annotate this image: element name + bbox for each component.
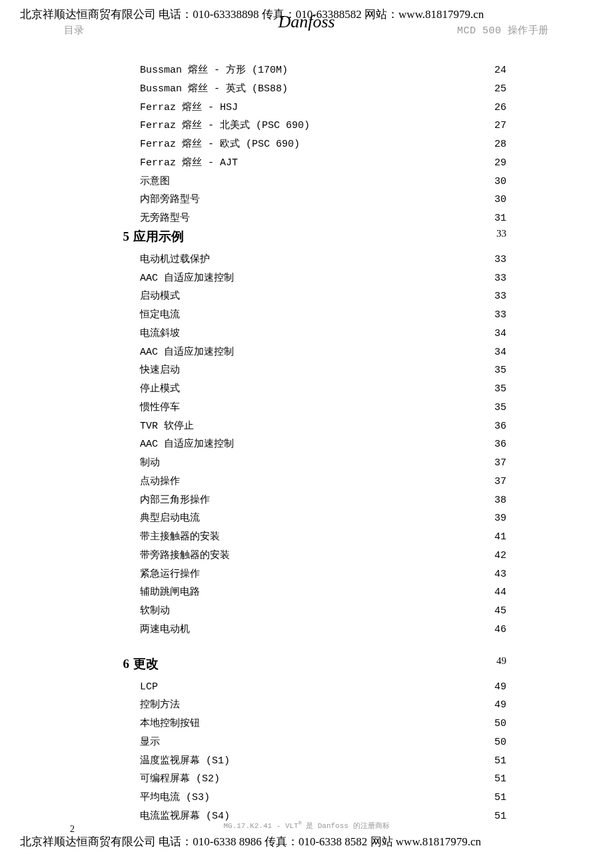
toc-section-page: 33 — [496, 228, 506, 245]
toc-entry-page: 29 — [494, 154, 506, 173]
toc-entry-title: 点动操作 — [140, 473, 494, 491]
toc-entry: 紧急运行操作43 — [113, 565, 506, 584]
header-section-label: 目录 — [64, 24, 84, 37]
toc-entry-title: 示意图 — [140, 173, 494, 191]
toc-entry-page: 24 — [494, 61, 506, 80]
toc-entry-title: 制动 — [140, 454, 494, 473]
toc-entry-title: AAC 自适应加速控制 — [140, 435, 494, 454]
toc-entry: 制动37 — [113, 454, 506, 473]
toc-entry: Ferraz 熔丝 - HSJ26 — [113, 99, 506, 117]
toc-entry-page: 33 — [494, 287, 506, 306]
toc-entry-title: Ferraz 熔丝 - AJT — [140, 154, 494, 173]
toc-entry-page: 33 — [494, 269, 506, 288]
toc-entry: 平均电流 (S3)51 — [113, 789, 506, 807]
toc-entry: 显示50 — [113, 733, 506, 752]
toc-entry-page: 46 — [494, 621, 506, 639]
toc-section-head: 6更改49 — [113, 655, 506, 673]
toc-entry-page: 49 — [494, 696, 506, 715]
toc-entry: 辅助跳闸电路44 — [113, 583, 506, 602]
toc-entry: 软制动45 — [113, 602, 506, 621]
toc-entry-title: 紧急运行操作 — [140, 565, 494, 584]
toc-entry: Bussman 熔丝 - 方形 (170M)24 — [113, 61, 506, 80]
toc-entry-page: 37 — [494, 473, 506, 491]
toc-entry: AAC 自适应加速控制34 — [113, 343, 506, 362]
toc-entry-page: 27 — [494, 117, 506, 135]
toc-entry-title: 本地控制按钮 — [140, 715, 494, 733]
toc-entry: 本地控制按钮50 — [113, 715, 506, 733]
toc-entry-page: 28 — [494, 135, 506, 154]
toc-entry-page: 35 — [494, 399, 506, 417]
toc-entry: 内部旁路型号30 — [113, 191, 506, 209]
toc-entry-page: 50 — [494, 715, 506, 733]
toc-entry-title: 典型启动电流 — [140, 509, 494, 528]
toc-entry: 无旁路型号31 — [113, 209, 506, 228]
toc-entry: 恒定电流33 — [113, 306, 506, 325]
toc-entry-title: 带主接触器的安装 — [140, 528, 494, 547]
toc-entry: 点动操作37 — [113, 473, 506, 491]
toc-entry: 停止模式35 — [113, 380, 506, 399]
toc-entry: 示意图30 — [113, 173, 506, 191]
toc-entry-page: 51 — [494, 789, 506, 807]
bottom-overlay-footer: 北京祥顺达恒商贸有限公司 电话：010-6338 8986 传真：010-633… — [0, 834, 613, 849]
toc-entry-title: 内部旁路型号 — [140, 191, 494, 209]
footer-trademark-note: MG.17.K2.41 - VLT® 是 Danfoss 的注册商标 — [0, 820, 613, 831]
toc-entry-page: 30 — [494, 191, 506, 209]
table-of-contents: Bussman 熔丝 - 方形 (170M)24Bussman 熔丝 - 英式 … — [113, 61, 506, 826]
toc-entry: 控制方法49 — [113, 696, 506, 715]
toc-entry-title: 软制动 — [140, 602, 494, 621]
toc-section-number: 6 — [113, 657, 129, 671]
toc-entry: 带主接触器的安装41 — [113, 528, 506, 547]
toc-entry-page: 44 — [494, 583, 506, 602]
toc-entry-title: Ferraz 熔丝 - HSJ — [140, 99, 494, 117]
toc-entry-page: 42 — [494, 547, 506, 565]
toc-entry-page: 51 — [494, 752, 506, 771]
toc-entry-title: 惯性停车 — [140, 399, 494, 417]
toc-entry-page: 43 — [494, 565, 506, 584]
toc-entry-title: 平均电流 (S3) — [140, 789, 494, 807]
toc-entry: Ferraz 熔丝 - AJT29 — [113, 154, 506, 173]
toc-entry: 启动模式33 — [113, 287, 506, 306]
toc-entry-title: LCP — [140, 678, 494, 697]
toc-entry-title: 两速电动机 — [140, 621, 494, 639]
toc-entry-title: TVR 软停止 — [140, 417, 494, 436]
toc-section-head: 5应用示例33 — [113, 228, 506, 245]
toc-entry-title: Bussman 熔丝 - 方形 (170M) — [140, 61, 494, 80]
toc-entry: LCP49 — [113, 678, 506, 697]
toc-entry-title: 启动模式 — [140, 287, 494, 306]
toc-entry-title: 恒定电流 — [140, 306, 494, 325]
toc-entry: 快速启动35 — [113, 361, 506, 380]
toc-entry: 典型启动电流39 — [113, 509, 506, 528]
toc-entry-title: Ferraz 熔丝 - 北美式 (PSC 690) — [140, 117, 494, 135]
page-number: 2 — [70, 824, 75, 835]
toc-entry-page: 26 — [494, 99, 506, 117]
toc-entry: AAC 自适应加速控制33 — [113, 269, 506, 288]
toc-entry: AAC 自适应加速控制36 — [113, 435, 506, 454]
toc-entry-page: 34 — [494, 325, 506, 343]
toc-entry-page: 34 — [494, 343, 506, 362]
toc-entry-title: 辅助跳闸电路 — [140, 583, 494, 602]
toc-entry-title: 无旁路型号 — [140, 209, 494, 228]
toc-entry-page: 33 — [494, 251, 506, 269]
toc-entry-title: 快速启动 — [140, 361, 494, 380]
toc-entry-title: 电动机过载保护 — [140, 251, 494, 269]
toc-entry-title: 停止模式 — [140, 380, 494, 399]
toc-entry-page: 49 — [494, 678, 506, 697]
toc-entry-page: 36 — [494, 435, 506, 454]
toc-section-title: 应用示例 — [133, 229, 184, 243]
toc-entry-title: 温度监视屏幕 (S1) — [140, 752, 494, 771]
toc-entry-page: 30 — [494, 173, 506, 191]
toc-entry: Ferraz 熔丝 - 欧式 (PSC 690)28 — [113, 135, 506, 154]
toc-entry-page: 25 — [494, 80, 506, 99]
toc-entry-title: 显示 — [140, 733, 494, 752]
toc-entry: 电动机过载保护33 — [113, 251, 506, 269]
toc-entry-page: 35 — [494, 361, 506, 380]
toc-entry-title: 电流斜坡 — [140, 325, 494, 343]
toc-entry-title: AAC 自适应加速控制 — [140, 343, 494, 362]
toc-entry-page: 36 — [494, 417, 506, 436]
toc-entry: 电流斜坡34 — [113, 325, 506, 343]
toc-entry-title: 可编程屏幕 (S2) — [140, 770, 494, 789]
toc-entry-title: Bussman 熔丝 - 英式 (BS88) — [140, 80, 494, 99]
toc-entry-page: 31 — [494, 209, 506, 228]
toc-entry-title: 带旁路接触器的安装 — [140, 547, 494, 565]
toc-entry-page: 45 — [494, 602, 506, 621]
